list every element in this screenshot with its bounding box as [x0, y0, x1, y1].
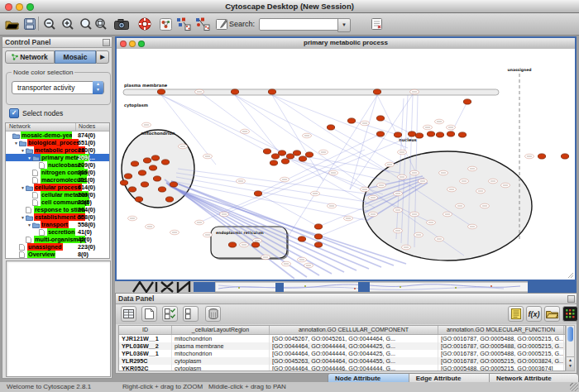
zoom-in-icon[interactable]: [60, 16, 76, 32]
tab-overflow-arrow[interactable]: ▶: [96, 50, 109, 64]
table-row[interactable]: YJR121W__1mitochondrion[GO:0045267, GO:0…: [119, 335, 565, 342]
tree-row[interactable]: nitrogen compo209(0): [6, 169, 109, 176]
selected-gene-node[interactable]: [263, 149, 270, 154]
tree-row[interactable]: ▼primary metabol209(...: [6, 154, 109, 161]
tree-row[interactable]: unassigned223(0): [6, 243, 109, 251]
import-attributes-icon[interactable]: [544, 306, 560, 322]
selected-gene-node[interactable]: [141, 182, 148, 187]
column-header[interactable]: ID: [119, 326, 172, 334]
attribute-list-icon[interactable]: [508, 306, 524, 322]
tree-row[interactable]: ▼metabolic process280(0): [6, 146, 109, 154]
tree-row[interactable]: cell communicat22(0): [6, 198, 109, 206]
selected-gene-node[interactable]: [314, 242, 322, 247]
selected-gene-node[interactable]: [298, 237, 305, 241]
unselect-attributes-icon[interactable]: [183, 306, 199, 322]
expander-icon[interactable]: ▼: [26, 222, 32, 227]
selected-gene-node[interactable]: [161, 160, 169, 165]
selected-gene-node[interactable]: [124, 174, 132, 179]
snapshot-icon[interactable]: [113, 16, 130, 32]
canvas-resize-grip[interactable]: [568, 273, 573, 278]
birds-eye-view[interactable]: [6, 261, 111, 377]
selected-gene-node[interactable]: [314, 224, 322, 229]
selected-gene-node[interactable]: [153, 176, 160, 181]
tree-row[interactable]: ▼transport558(0): [6, 221, 109, 228]
selected-gene-node[interactable]: [228, 242, 236, 247]
selected-gene-node[interactable]: [327, 125, 334, 130]
tree-row[interactable]: response to stimulu264(0): [6, 206, 109, 213]
selected-gene-node[interactable]: [293, 151, 300, 155]
tree-row[interactable]: cellular metabol209(0): [6, 191, 109, 198]
network-window-titlebar[interactable]: primary metabolic process: [117, 38, 575, 50]
new-attribute-icon[interactable]: [141, 306, 157, 322]
selected-gene-node[interactable]: [128, 187, 136, 192]
selected-gene-node[interactable]: [447, 131, 454, 136]
layout-nodes-icon[interactable]: [175, 16, 192, 32]
selected-gene-node[interactable]: [170, 182, 177, 187]
selected-gene-node[interactable]: [436, 132, 443, 137]
selected-gene-node[interactable]: [373, 89, 380, 94]
selected-gene-node[interactable]: [135, 197, 142, 202]
selected-gene-node[interactable]: [131, 161, 138, 166]
network-graph[interactable]: plasma membranecytoplasmmitochondrionnuc…: [117, 49, 575, 280]
select-attributes-icon[interactable]: [162, 306, 178, 322]
expander-icon[interactable]: ▼: [13, 141, 19, 146]
tree-row[interactable]: mosaic-demo-yeast874(0): [6, 131, 109, 139]
selected-gene-node[interactable]: [458, 132, 466, 137]
layout-edges-icon[interactable]: [194, 16, 211, 32]
formula-builder-icon[interactable]: f(x): [526, 306, 542, 322]
tree-row[interactable]: ▼biological_process651(0): [6, 139, 109, 146]
zoom-fit-icon[interactable]: [93, 16, 109, 32]
selected-gene-node[interactable]: [286, 154, 294, 159]
node-color-select[interactable]: transporter activity ▲▼: [12, 81, 104, 94]
column-header[interactable]: _cellularLayoutRegion: [172, 326, 270, 334]
table-row[interactable]: YKR052Ccytoplasm[GO:0044464, GO:0044446,…: [119, 365, 565, 371]
selected-gene-node[interactable]: [427, 131, 434, 136]
selected-gene-node[interactable]: [299, 156, 306, 161]
network-canvas[interactable]: plasma membranecytoplasmmitochondrionnuc…: [117, 49, 575, 280]
float-panel-icon[interactable]: [103, 39, 110, 46]
scrollbar-thumb[interactable]: [567, 327, 573, 342]
table-row[interactable]: YPL036W__2plasma membrane[GO:0044464, GO…: [119, 342, 565, 350]
expander-icon[interactable]: ▼: [20, 185, 26, 190]
annotate-icon[interactable]: [213, 16, 230, 32]
selected-gene-node[interactable]: [165, 197, 173, 202]
vizmapper-icon[interactable]: [157, 16, 174, 32]
table-row[interactable]: YLR295Ccytoplasm[GO:0045263, GO:0044464,…: [119, 357, 565, 365]
selected-gene-node[interactable]: [271, 154, 279, 159]
table-row[interactable]: YPL036W__1mitochondrion[GO:0044464, GO:0…: [119, 350, 565, 357]
tab-network[interactable]: Network: [5, 50, 55, 64]
attribute-table-icon[interactable]: [121, 306, 136, 322]
tree-row[interactable]: macromolecule311(0): [6, 176, 109, 184]
table-scrollbar[interactable]: ▲▼: [566, 325, 575, 371]
selected-gene-node[interactable]: [157, 89, 165, 94]
selected-gene-node[interactable]: [376, 116, 384, 121]
selected-gene-node[interactable]: [231, 89, 238, 94]
help-ring-icon[interactable]: [136, 16, 153, 32]
scrollbar-arrows[interactable]: ▲▼: [567, 356, 574, 370]
selected-gene-node[interactable]: [138, 170, 146, 175]
tree-col-nodes[interactable]: Nodes: [79, 123, 95, 129]
selected-gene-node[interactable]: [268, 89, 275, 94]
selected-gene-node[interactable]: [463, 99, 471, 104]
selected-gene-node[interactable]: [158, 187, 165, 192]
tree-row[interactable]: nucleobase-209(0): [6, 161, 109, 169]
delete-attribute-icon[interactable]: [205, 306, 221, 322]
tree-row[interactable]: ▼cellular process614(0): [6, 184, 109, 191]
selected-gene-node[interactable]: [270, 160, 277, 165]
zoom-out-icon[interactable]: [41, 16, 58, 32]
tree-col-divider[interactable]: [75, 123, 76, 131]
selected-gene-node[interactable]: [408, 131, 415, 136]
selected-gene-node[interactable]: [151, 155, 159, 160]
select-nodes-checkbox[interactable]: ✓: [9, 108, 19, 118]
float-panel-icon[interactable]: [567, 295, 575, 303]
tree-row[interactable]: multi-organism pro42(0): [6, 236, 109, 243]
selected-gene-node[interactable]: [538, 154, 545, 159]
selected-gene-node[interactable]: [143, 158, 151, 163]
search-input[interactable]: [259, 18, 342, 31]
mitochondrion-region[interactable]: [122, 130, 194, 208]
plasma-membrane-region[interactable]: [123, 89, 499, 95]
selected-gene-node[interactable]: [120, 180, 127, 185]
selected-gene-node[interactable]: [305, 152, 313, 157]
search-dropdown-arrow[interactable]: ▼: [337, 18, 351, 32]
selected-gene-node[interactable]: [561, 154, 568, 159]
